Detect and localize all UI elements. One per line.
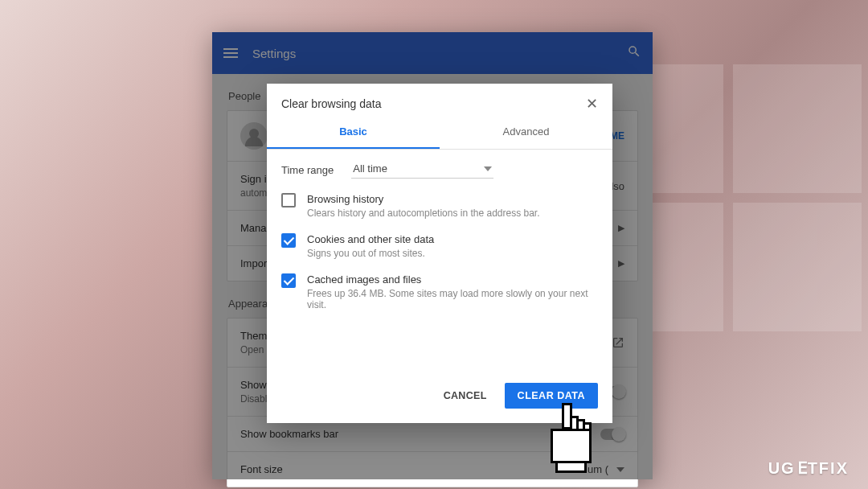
dialog-title: Clear browsing data: [281, 97, 382, 110]
time-range-select[interactable]: All time: [351, 161, 493, 179]
time-range-value: All time: [353, 162, 387, 175]
tab-basic[interactable]: Basic: [267, 117, 440, 149]
chevron-down-icon: [484, 166, 492, 171]
option-desc: Frees up 36.4 MB. Some sites may load mo…: [307, 288, 598, 310]
option-cookies[interactable]: Cookies and other site data Signs you ou…: [281, 233, 598, 259]
option-browsing-history[interactable]: Browsing history Clears history and auto…: [281, 193, 598, 219]
option-desc: Signs you out of most sites.: [307, 248, 434, 259]
svg-rect-6: [556, 462, 585, 471]
checkbox[interactable]: [281, 273, 296, 288]
svg-rect-5: [551, 429, 590, 462]
clear-browsing-data-dialog: Clear browsing data ✕ Basic Advanced Tim…: [267, 84, 612, 423]
checkbox[interactable]: [281, 193, 296, 208]
tab-advanced[interactable]: Advanced: [440, 117, 612, 149]
checkbox[interactable]: [281, 233, 296, 248]
option-title: Browsing history: [307, 193, 540, 205]
option-title: Cached images and files: [307, 273, 598, 286]
watermark: UGƎTFIX: [768, 458, 849, 478]
time-range-label: Time range: [281, 164, 334, 176]
option-cached[interactable]: Cached images and files Frees up 36.4 MB…: [281, 273, 598, 310]
option-desc: Clears history and autocompletions in th…: [307, 208, 540, 219]
close-icon[interactable]: ✕: [586, 97, 598, 111]
cursor-pointer-icon: [540, 402, 596, 478]
option-title: Cookies and other site data: [307, 233, 434, 245]
cancel-button[interactable]: CANCEL: [436, 384, 495, 408]
dialog-tabs: Basic Advanced: [267, 117, 612, 149]
